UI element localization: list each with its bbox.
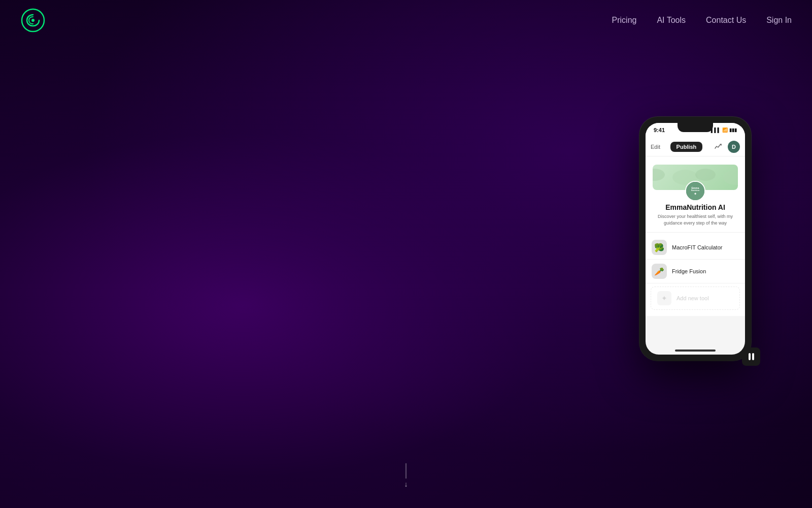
nav-pricing[interactable]: Pricing [612,16,637,25]
profile-avatar: Emma Nutrition ✦ [685,181,705,201]
status-time: 9:41 [654,127,665,133]
logo-area [20,8,46,33]
header: Pricing AI Tools Contact Us Sign In [0,0,812,41]
fridge-icon: 🥕 [652,264,667,279]
analytics-icon[interactable] [713,141,724,152]
scroll-line [406,463,407,479]
add-tool-label: Add new tool [676,295,709,301]
add-tool-icon: ✦ [657,291,671,305]
home-indicator [675,350,716,352]
nav-signin[interactable]: Sign In [766,16,792,25]
profile-name: EmmaNutrition AI [653,203,738,211]
publish-button[interactable]: Publish [670,142,703,152]
pause-bar-left [749,353,751,360]
pause-button[interactable] [742,347,760,366]
pause-bar-right [752,353,754,360]
macrofit-label: MacroFIT Calculator [672,244,722,250]
scroll-arrow: ↓ [404,463,408,488]
main-nav: Pricing AI Tools Contact Us Sign In [612,16,792,25]
scroll-chevron-icon: ↓ [404,481,408,488]
tools-list: 🥦 MacroFIT Calculator 🥕 Fridge Fusion ✦ … [646,233,745,316]
logo-icon [20,8,46,33]
svg-point-1 [31,19,35,22]
tool-item-macrofit[interactable]: 🥦 MacroFIT Calculator [646,236,745,260]
user-avatar[interactable]: D [728,141,740,153]
profile-avatar-inner: Emma Nutrition ✦ [686,182,704,200]
macrofit-icon: 🥦 [652,240,667,255]
app-header-icons: D [713,141,740,153]
status-bar: 9:41 ▌▌▌ 📶 ▮▮▮ [646,123,745,137]
edit-button[interactable]: Edit [651,144,660,150]
nav-ai-tools[interactable]: AI Tools [657,16,686,25]
profile-section: Emma Nutrition ✦ EmmaNutrition AI Discov… [646,156,745,233]
nav-contact[interactable]: Contact Us [706,16,746,25]
battery-icon: ▮▮▮ [729,128,737,133]
phone-container: 9:41 ▌▌▌ 📶 ▮▮▮ Edit Publish [639,117,751,361]
add-tool-item[interactable]: ✦ Add new tool [651,287,740,310]
phone-screen: 9:41 ▌▌▌ 📶 ▮▮▮ Edit Publish [646,123,745,355]
phone-mockup: 9:41 ▌▌▌ 📶 ▮▮▮ Edit Publish [639,117,751,361]
wifi-icon: 📶 [722,128,728,133]
app-toolbar: Edit Publish D [646,137,745,156]
profile-description: Discover your healthiest self, with mygu… [653,213,738,226]
fridge-label: Fridge Fusion [672,268,706,274]
profile-avatar-text: Emma Nutrition ✦ [691,186,700,196]
tool-item-fridge[interactable]: 🥕 Fridge Fusion [646,260,745,283]
status-icons: ▌▌▌ 📶 ▮▮▮ [711,128,737,133]
signal-icon: ▌▌▌ [711,128,721,133]
